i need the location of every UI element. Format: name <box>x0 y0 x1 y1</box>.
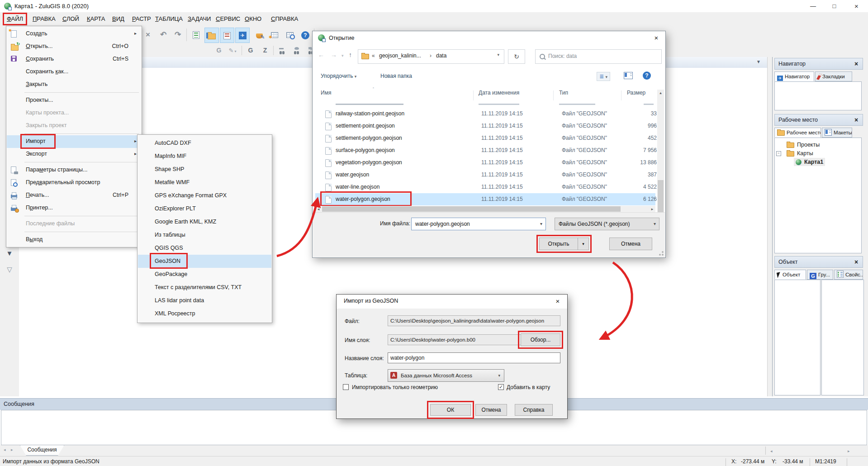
minimize-button[interactable]: — <box>802 0 824 12</box>
submenu-item-metafile-wmf[interactable]: Metafile WMF <box>138 176 271 189</box>
menu-table[interactable]: ТАБЛИЦА <box>152 14 185 24</box>
column-type[interactable]: Тип <box>559 90 568 101</box>
window-menu-icon[interactable]: ▼ <box>756 59 761 64</box>
submenu-item-gps-gpx[interactable]: GPS eXchange Format GPX <box>138 189 271 202</box>
help-button[interactable]: Справка <box>515 404 553 416</box>
menu-raster[interactable]: РАСТР <box>129 14 154 24</box>
submenu-item-from-table[interactable]: Из таблицы <box>138 228 271 242</box>
tab-workspace[interactable]: Рабочее место <box>774 128 821 138</box>
menu-item-projects[interactable]: Проекты... <box>7 94 141 107</box>
menu-tasks[interactable]: ЗАДАЧИ <box>185 14 213 24</box>
tab-group[interactable]: GГру... <box>807 270 833 280</box>
scroll-left-icon[interactable]: ◂ <box>770 449 773 453</box>
scroll-right-icon[interactable]: ▸ <box>848 449 850 453</box>
tab-layouts[interactable]: Макеты <box>822 128 852 138</box>
tab-properties[interactable]: Свойс... <box>834 270 863 280</box>
menu-item-exit[interactable]: Выход <box>7 233 141 246</box>
submenu-item-geopackage[interactable]: GeoPackage <box>138 268 271 281</box>
dropdown-icon[interactable]: ▾ <box>498 370 500 381</box>
resize-grip[interactable] <box>659 251 664 256</box>
close-icon[interactable]: × <box>853 58 860 69</box>
close-icon[interactable]: × <box>552 296 564 307</box>
layer-title-input[interactable]: water-polygon <box>388 352 560 363</box>
tree-item-map1[interactable]: Карта1 <box>794 158 825 166</box>
submenu-item-csv-txt[interactable]: Текст с разделителями CSV, TXT <box>138 281 271 294</box>
scroll-right-icon[interactable]: ▸ <box>649 206 655 212</box>
menu-item-save-as[interactable]: Сохранить как... <box>7 66 141 78</box>
column-name[interactable]: Имя <box>321 90 331 101</box>
scroll-left-icon[interactable]: ◂ <box>315 206 322 212</box>
tree-collapse-icon[interactable]: − <box>776 151 781 156</box>
tab-messages[interactable]: Сообщения <box>20 445 64 456</box>
checklist-icon[interactable] <box>189 28 203 42</box>
submenu-item-las-lidar[interactable]: LAS lidar point data <box>138 294 271 307</box>
submenu-item-oziexplorer-plt[interactable]: OziExplorer PLT <box>138 202 271 215</box>
geo-disabled-icon[interactable]: G <box>213 45 225 56</box>
address-bar[interactable]: « geojson_kalinin... › data ▾ <box>358 49 504 64</box>
menu-item-page-setup[interactable]: Параметры страницы... <box>7 164 141 176</box>
z-order-icon[interactable]: Z <box>259 45 271 56</box>
menu-layer[interactable]: СЛОЙ <box>60 14 82 24</box>
scroll-up-icon[interactable]: ▴ <box>657 90 664 96</box>
submenu-item-qgis-qgs[interactable]: QGIS QGS <box>138 242 271 255</box>
edit-pencil-icon[interactable]: ✎ ▾ <box>226 45 239 56</box>
menu-item-save[interactable]: Сохранить Ctrl+S <box>7 53 141 66</box>
table-row[interactable]: water.geojson11.11.2019 14:15Файл "GEOJS… <box>315 169 655 181</box>
search-input[interactable]: Поиск: data <box>535 49 662 64</box>
workspace-tree[interactable]: Проекты − Карты Карта1 <box>774 138 862 253</box>
menu-item-create[interactable]: Создать ▸ <box>7 28 141 40</box>
submenu-item-mapinfo-mif[interactable]: MapInfo MIF <box>138 150 271 163</box>
menu-view[interactable]: ВИД <box>109 14 127 24</box>
new-folder-button[interactable]: Новая папка <box>380 73 412 79</box>
messages-panel-icon[interactable] <box>220 28 234 43</box>
column-divider[interactable] <box>473 90 474 100</box>
table-row[interactable]: vegetation-polygon.geojson11.11.2019 14:… <box>315 157 655 169</box>
view-mode-button[interactable]: ≣ ▾ <box>597 72 610 81</box>
add-to-map-checkbox[interactable]: ✓ <box>498 384 504 390</box>
menu-map[interactable]: КАРТА <box>84 14 108 24</box>
tree-item-maps[interactable]: Карты <box>787 149 813 157</box>
table-row[interactable]: railway-station-point.geojson11.11.2019 … <box>315 108 655 120</box>
tab-bookmarks[interactable]: Закладки <box>815 71 852 81</box>
submenu-item-xml-rosreestr[interactable]: XML Росреестр <box>138 307 271 320</box>
find-database-icon[interactable] <box>290 45 303 56</box>
menu-item-import[interactable]: Импорт ▸ <box>7 135 141 148</box>
tab-navigator[interactable]: ✈Навигатор <box>774 71 814 81</box>
dropdown-icon[interactable]: ▾ <box>654 221 656 226</box>
tab-object[interactable]: Объект <box>774 270 806 280</box>
dropdown-icon[interactable]: ▾ <box>540 221 542 226</box>
close-icon[interactable]: × <box>647 31 665 44</box>
breadcrumb-parent[interactable]: geojson_kalinin... <box>379 52 421 59</box>
object-content-left[interactable] <box>774 280 821 395</box>
menu-item-print-preview[interactable]: Предварительный просмотр <box>7 176 141 189</box>
history-dropdown-icon[interactable]: ▾ <box>342 53 344 58</box>
menu-help[interactable]: СПРАВКА <box>268 14 301 24</box>
submenu-item-google-earth-kml[interactable]: Google Earth KML, KMZ <box>138 215 271 228</box>
help-icon[interactable]: ? <box>299 28 312 42</box>
object-content-right[interactable] <box>821 280 864 395</box>
preview-pane-icon[interactable] <box>624 72 633 79</box>
submenu-item-geojson[interactable]: GeoJSON <box>138 255 271 268</box>
help-icon[interactable]: ? <box>643 71 651 80</box>
close-button[interactable]: × <box>846 0 867 12</box>
navigator-content[interactable] <box>774 81 862 110</box>
horizontal-scrollbar[interactable]: ◂ ▸ <box>315 206 655 212</box>
menu-item-print[interactable]: Печать... Ctrl+P <box>7 189 141 202</box>
table-search-icon[interactable] <box>283 28 297 42</box>
menu-window[interactable]: ОКНО <box>242 14 264 24</box>
column-size[interactable]: Размер <box>627 90 645 101</box>
table-row[interactable]: settlement-point.geojson11.11.2019 14:15… <box>315 120 655 132</box>
submenu-item-autocad-dxf[interactable]: AutoCAD DXF <box>138 137 271 150</box>
workspace-panel-icon[interactable] <box>204 28 219 43</box>
menu-item-open[interactable]: Открыть... Ctrl+O <box>7 40 141 53</box>
filename-input[interactable]: water-polygon.geojson ▾ <box>411 218 546 230</box>
menu-service[interactable]: СЕРВИС <box>213 14 243 24</box>
menu-item-export[interactable]: Экспорт ▸ <box>7 148 141 161</box>
redo-icon[interactable]: ↷ <box>171 28 185 42</box>
close-icon[interactable]: × <box>853 257 860 267</box>
find-attribute-icon[interactable] <box>276 45 289 56</box>
menu-item-close[interactable]: Закрыть <box>7 78 141 91</box>
up-icon[interactable]: ↑ <box>349 51 352 58</box>
address-dropdown-icon[interactable]: ▾ <box>497 52 499 57</box>
sidebar-splitter[interactable] <box>767 57 775 396</box>
